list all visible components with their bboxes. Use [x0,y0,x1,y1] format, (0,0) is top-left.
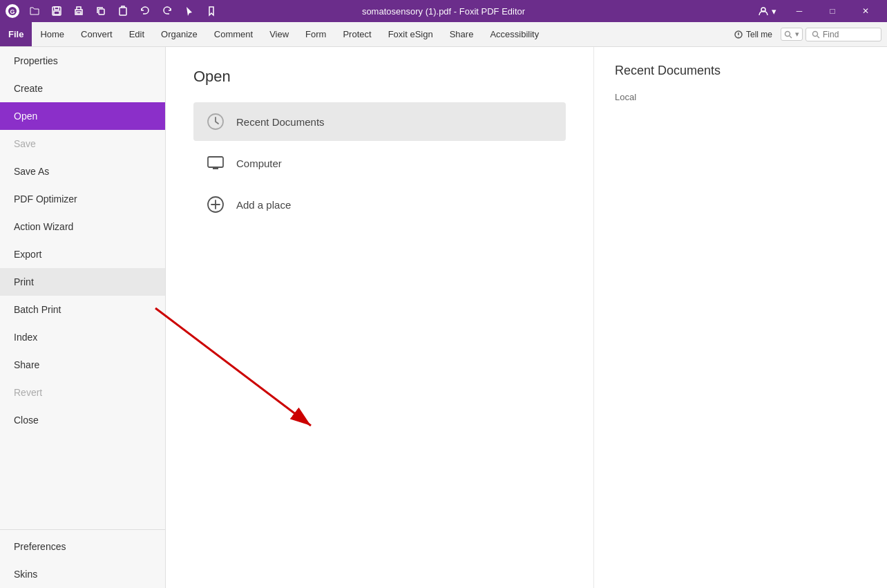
sidebar-item-close[interactable]: Close [0,406,165,434]
sidebar-item-save: Save [0,130,165,158]
plus-circle-icon [204,193,227,216]
tab-convert[interactable]: Convert [73,22,121,46]
tab-view[interactable]: View [261,22,297,46]
find-search-icon [812,30,820,39]
sidebar-divider [0,529,165,530]
minimize-button[interactable]: ─ [783,0,815,22]
top-search-bar[interactable] [805,28,881,41]
svg-rect-8 [120,8,126,15]
sidebar-item-export[interactable]: Export [0,240,165,268]
pdf-optimizer-label: PDF Optimizer [14,193,77,205]
menu-bar-right: Tell me ▾ [728,27,887,42]
svg-line-12 [790,36,792,38]
sidebar-item-save-as[interactable]: Save As [0,158,165,185]
svg-rect-6 [77,12,81,14]
close-button[interactable]: ✕ [850,0,881,22]
create-label: Create [14,83,43,94]
tab-protect[interactable]: Protect [334,22,379,46]
content-area: Open Recent Documents [166,47,887,588]
skins-label: Skins [14,569,37,580]
close-label: Close [14,415,39,426]
tab-accessibility[interactable]: Accessibility [481,22,547,46]
title-bar-right: ▾ ─ □ ✕ [752,0,881,22]
bookmark-btn[interactable] [202,1,221,21]
tab-organize[interactable]: Organize [153,22,206,46]
print-btn[interactable] [69,1,88,21]
tab-file[interactable]: File [0,22,32,46]
app-body: Properties Create Open Save Save As PDF … [0,47,887,588]
tab-edit[interactable]: Edit [121,22,153,46]
share-label: Share [14,359,39,370]
maximize-button[interactable]: □ [817,0,848,22]
open-label: Open [14,111,37,122]
save-label: Save [14,138,36,149]
sidebar-item-properties[interactable]: Properties [0,47,165,75]
open-panel: Open Recent Documents [166,47,594,588]
window-title: somatosensory (1).pdf - Foxit PDF Editor [362,6,525,17]
action-wizard-label: Action Wizard [14,221,73,232]
recent-docs-title: Recent Documents [615,64,866,78]
revert-label: Revert [14,387,42,398]
sidebar-item-open[interactable]: Open [0,102,165,130]
clock-icon [204,111,227,133]
tab-home[interactable]: Home [32,22,73,46]
title-bar-left: G [6,1,221,21]
sidebar-item-pdf-optimizer[interactable]: PDF Optimizer [0,185,165,213]
cursor-btn[interactable] [180,1,199,21]
tab-share[interactable]: Share [441,22,482,46]
account-button[interactable]: ▾ [752,6,782,17]
tell-me-button[interactable]: Tell me [728,27,778,42]
recent-documents-label: Recent Documents [236,116,325,128]
app-icon: G [6,4,19,18]
tab-comment[interactable]: Comment [206,22,261,46]
svg-text:G: G [10,8,15,15]
tab-foxitsign[interactable]: Foxit eSign [380,22,441,46]
sidebar-item-revert: Revert [0,379,165,406]
computer-label: Computer [236,158,282,169]
sidebar-item-batch-print[interactable]: Batch Print [0,296,165,323]
find-label: ▾ [795,30,799,39]
copy-btn[interactable] [91,1,111,21]
svg-rect-4 [54,11,59,15]
sidebar-item-print[interactable]: Print [0,268,165,296]
svg-rect-3 [55,7,59,10]
undo-btn[interactable] [135,1,155,21]
sidebar-item-create[interactable]: Create [0,75,165,102]
sidebar-item-preferences[interactable]: Preferences [0,533,165,560]
computer-option[interactable]: Computer [193,144,566,182]
index-label: Index [14,332,37,343]
find-input[interactable] [820,30,875,39]
batch-print-label: Batch Print [14,304,61,315]
search-icon [784,30,792,39]
sidebar: Properties Create Open Save Save As PDF … [0,47,166,588]
svg-line-14 [817,36,819,38]
account-label: ▾ [772,6,776,17]
recent-documents-option[interactable]: Recent Documents [193,102,566,141]
tab-form[interactable]: Form [297,22,334,46]
save-as-label: Save As [14,166,49,177]
ribbon-search: ▾ [781,28,803,41]
menu-bar: File Home Convert Edit Organize Comment … [0,22,887,47]
title-bar: G [0,0,887,22]
paste-btn[interactable] [113,1,133,21]
svg-point-11 [785,31,790,36]
recent-docs-panel: Recent Documents Local [594,47,887,588]
export-label: Export [14,249,41,260]
add-place-option[interactable]: Add a place [193,185,566,224]
sidebar-item-action-wizard[interactable]: Action Wizard [0,213,165,240]
properties-label: Properties [14,55,58,66]
svg-rect-7 [99,9,104,15]
sidebar-item-share[interactable]: Share [0,351,165,379]
preferences-label: Preferences [14,541,66,552]
redo-btn[interactable] [158,1,177,21]
title-bar-tools [25,1,221,21]
sidebar-item-skins[interactable]: Skins [0,560,165,588]
local-section-label: Local [615,92,866,102]
save-btn[interactable] [47,1,66,21]
sidebar-item-index[interactable]: Index [0,323,165,351]
open-file-btn[interactable] [25,1,44,21]
monitor-icon [204,152,227,174]
open-title: Open [193,68,566,86]
add-place-label: Add a place [236,199,291,211]
svg-rect-16 [208,157,223,167]
